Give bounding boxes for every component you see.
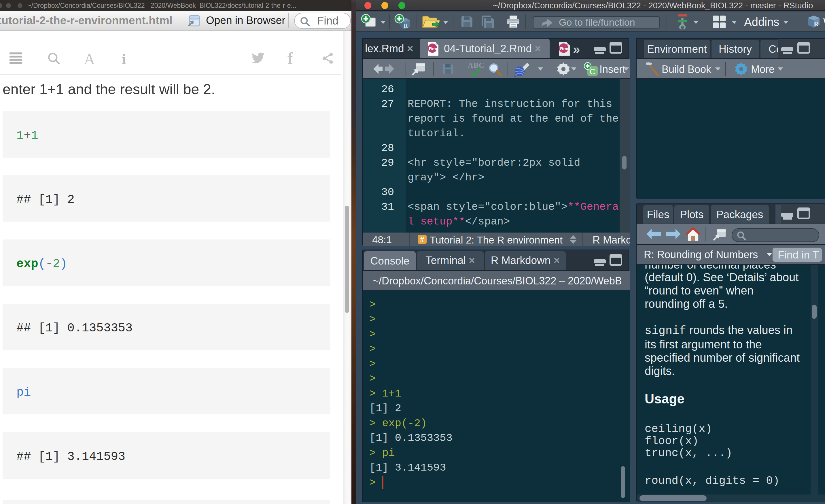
svg-text:R: R <box>403 22 408 29</box>
svg-text:Rmd: Rmd <box>560 46 570 51</box>
svg-text:Rmd: Rmd <box>429 46 438 51</box>
svg-text:R: R <box>814 20 819 27</box>
svg-text:C: C <box>590 67 595 76</box>
